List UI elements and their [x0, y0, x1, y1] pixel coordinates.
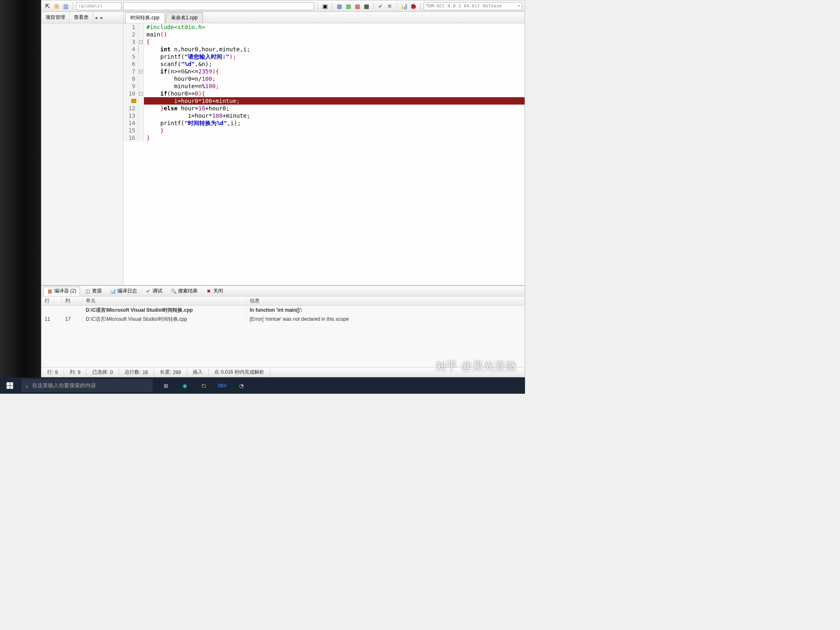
- main-toolbar: ⇱ ⊞ ▥ (globals) ▣ ▦ ▦ ▦ ▦ ✔ ✖ 📊 🐞 TDM-GC…: [41, 0, 525, 12]
- status-parse-time: 在 0.016 秒内完成解析: [209, 368, 270, 377]
- book-icon[interactable]: ▥: [62, 2, 69, 10]
- status-selected: 已选择:0: [87, 368, 119, 377]
- search-icon: ⌕: [25, 383, 29, 389]
- compile-log-tab[interactable]: 📊编译日志: [106, 287, 141, 296]
- error-bookmark-icon[interactable]: [123, 97, 138, 105]
- file-tab-2[interactable]: 未命名1.cpp: [166, 12, 203, 23]
- col-msg: 信息: [247, 297, 525, 304]
- tab-next-icon[interactable]: ▸: [99, 15, 105, 21]
- col-col: 列: [62, 297, 82, 304]
- task-view-icon: ⊞: [164, 383, 168, 389]
- project-sidebar: 项目管理 查看类 ◂ ▸: [41, 12, 123, 285]
- grid-icon: ▦: [47, 288, 52, 294]
- output-panel: ▦编译器 (2) ◫资源 📊编译日志 ✔调试 🔍搜索结果 ✖关闭 行 列 单元 …: [41, 285, 525, 367]
- steam-app[interactable]: ◔: [232, 377, 250, 394]
- compiler-output-tab[interactable]: ▦编译器 (2): [43, 287, 80, 296]
- status-length: 长度:299: [154, 368, 187, 377]
- bar-chart-icon: 📊: [110, 288, 116, 294]
- tab-prev-icon[interactable]: ◂: [93, 15, 99, 21]
- windows-taskbar: ⌕ 在这里输入你要搜索的内容 ⊞ ◉ 🗀 DEV ◔: [0, 377, 525, 394]
- compile-icon[interactable]: ▦: [336, 2, 343, 10]
- window-new-icon[interactable]: ⊞: [53, 2, 60, 10]
- error-list[interactable]: 行 列 单元 信息 D:\C语言\Microsoft Visual Studio…: [41, 297, 525, 367]
- status-col: 列:9: [64, 368, 87, 377]
- explorer-app[interactable]: 🗀: [194, 377, 212, 394]
- scope-dropdown[interactable]: (globals): [76, 2, 121, 10]
- monitor-bezel: [0, 0, 41, 394]
- edge-app[interactable]: ◉: [176, 377, 194, 394]
- watermark-text: 知乎 @晨光熹微: [436, 359, 517, 373]
- search-icon: 🔍: [171, 288, 176, 294]
- compiler-dropdown[interactable]: TDM-GCC 4.8.1 64-bit Release▾: [424, 2, 522, 10]
- folder-icon: 🗀: [201, 383, 206, 389]
- windows-logo-icon: [7, 382, 13, 389]
- file-tab-1[interactable]: 时间转换.cpp: [125, 12, 165, 23]
- status-insert-mode: 插入: [187, 368, 209, 377]
- edge-icon: ◉: [183, 383, 187, 389]
- taskbar-search[interactable]: ⌕ 在这里输入你要搜索的内容: [21, 379, 153, 392]
- layers-icon: ◫: [84, 288, 90, 294]
- resources-tab[interactable]: ◫资源: [81, 287, 105, 296]
- status-total-lines: 总行数:16: [119, 368, 154, 377]
- goto-icon[interactable]: ▣: [321, 2, 329, 10]
- col-unit: 单元: [82, 297, 247, 304]
- search-results-tab[interactable]: 🔍搜索结果: [167, 287, 201, 296]
- steam-icon: ◔: [239, 383, 244, 389]
- task-view-button[interactable]: ⊞: [157, 377, 175, 394]
- member-dropdown[interactable]: [123, 2, 314, 10]
- close-output-tab[interactable]: ✖关闭: [202, 287, 227, 296]
- debug-del-icon[interactable]: 🐞: [409, 2, 417, 10]
- start-button[interactable]: [0, 377, 20, 394]
- devcpp-icon: DEV: [218, 383, 227, 388]
- close-icon: ✖: [206, 288, 212, 294]
- status-line: 行:9: [41, 368, 64, 377]
- col-line: 行: [41, 297, 62, 304]
- run-icon[interactable]: ▦: [345, 2, 352, 10]
- code-editor[interactable]: 1#include<stdio.h> 2main() 3−{ 4 int n,h…: [123, 23, 525, 285]
- error-row[interactable]: D:\C语言\Microsoft Visual Studio\时间转换.cpp …: [41, 306, 525, 315]
- editor-pane: 时间转换.cpp 未命名1.cpp 1#include<stdio.h> 2ma…: [123, 12, 525, 285]
- devcpp-app[interactable]: DEV: [213, 377, 231, 394]
- project-mgmt-tab[interactable]: 项目管理: [41, 12, 70, 23]
- error-row[interactable]: 11 17 D:\C语言\Microsoft Visual Studio\时间转…: [41, 315, 525, 324]
- ide-window: ⇱ ⊞ ▥ (globals) ▣ ▦ ▦ ▦ ▦ ✔ ✖ 📊 🐞 TDM-GC…: [41, 0, 525, 377]
- compile-run-icon[interactable]: ▦: [354, 2, 361, 10]
- profile-icon[interactable]: 📊: [400, 2, 408, 10]
- class-view-tab[interactable]: 查看类: [70, 12, 93, 23]
- cancel-icon[interactable]: ✖: [386, 2, 393, 10]
- rebuild-icon[interactable]: ▦: [363, 2, 370, 10]
- search-placeholder: 在这里输入你要搜索的内容: [32, 382, 96, 389]
- check-icon[interactable]: ✔: [377, 2, 384, 10]
- window-restore-icon[interactable]: ⇱: [44, 2, 51, 10]
- check-icon: ✔: [145, 288, 151, 294]
- debug-tab[interactable]: ✔调试: [142, 287, 166, 296]
